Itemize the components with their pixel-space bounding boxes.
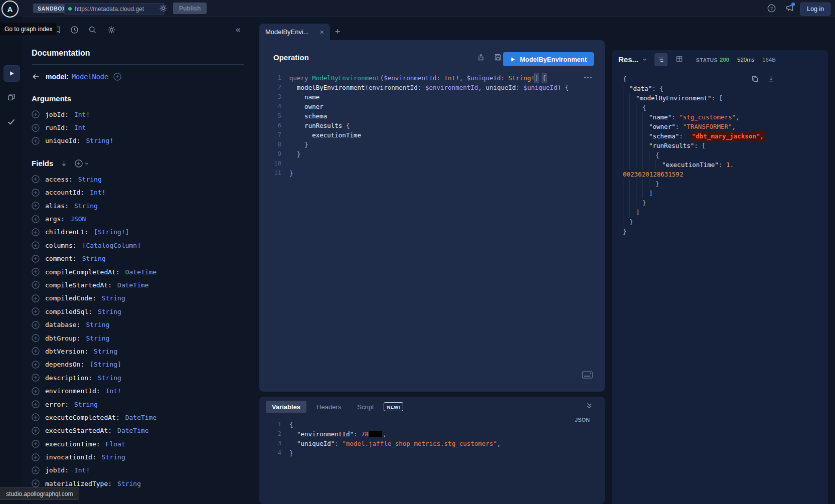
field-type[interactable]: Int!	[74, 111, 90, 118]
share-operation-icon[interactable]	[477, 53, 485, 61]
field-name[interactable]: dependsOn:	[45, 361, 84, 368]
add-to-query-icon[interactable]	[32, 137, 40, 145]
field-type[interactable]: String	[102, 294, 125, 302]
field-type[interactable]: DateTime	[117, 281, 149, 289]
add-type-icon[interactable]	[113, 73, 121, 81]
breadcrumb-type[interactable]: ModelNode	[72, 73, 108, 81]
close-tab-icon[interactable]: ×	[320, 28, 324, 36]
field-name[interactable]: jobId:	[45, 466, 69, 474]
field-name[interactable]: access:	[45, 176, 73, 183]
field-type[interactable]: [CatalogColumn]	[82, 242, 141, 249]
field-name[interactable]: compiledCode:	[45, 294, 96, 302]
field-type[interactable]: [String]	[90, 361, 121, 368]
field-type[interactable]: String	[86, 321, 109, 328]
help-icon[interactable]: ?	[767, 4, 776, 13]
operation-editor[interactable]: 1query ModelByEnvironment($environmentId…	[259, 73, 590, 178]
add-to-query-icon[interactable]	[32, 387, 40, 395]
response-chevron-icon[interactable]	[642, 57, 647, 62]
add-to-query-icon[interactable]	[32, 347, 40, 355]
field-name[interactable]: childrenL1:	[45, 228, 88, 236]
tab-script[interactable]: Script	[351, 401, 380, 413]
field-type[interactable]: String	[102, 453, 125, 461]
add-to-query-icon[interactable]	[32, 321, 40, 329]
add-to-query-icon[interactable]	[32, 400, 40, 408]
field-type[interactable]: String!	[86, 137, 113, 144]
field-type[interactable]: String	[86, 334, 109, 342]
field-type[interactable]: Int!	[90, 189, 105, 196]
field-type[interactable]: [String!]	[94, 228, 129, 236]
login-button[interactable]: Log in	[800, 3, 830, 16]
field-name[interactable]: materializedType:	[45, 480, 112, 487]
tab-headers[interactable]: Headers	[310, 401, 347, 413]
sidebar-item-explorer[interactable]	[4, 65, 20, 82]
apollo-logo[interactable]: A	[2, 1, 19, 18]
add-all-fields-icon[interactable]	[75, 159, 89, 167]
field-name[interactable]: alias:	[45, 202, 69, 210]
add-to-query-icon[interactable]	[32, 361, 40, 369]
add-to-query-icon[interactable]	[32, 479, 40, 487]
field-type[interactable]: String	[94, 348, 117, 355]
collapse-panel-icon[interactable]: «	[236, 25, 240, 34]
connection-settings-gear-icon[interactable]	[159, 4, 168, 13]
field-name[interactable]: comment:	[45, 255, 77, 262]
field-name[interactable]: uniqueId:	[45, 137, 80, 144]
tab-variables[interactable]: Variables	[266, 401, 306, 413]
add-to-query-icon[interactable]	[32, 453, 40, 461]
field-name[interactable]: dbtGroup:	[45, 334, 80, 342]
field-type[interactable]: DateTime	[125, 268, 157, 276]
field-name[interactable]: environmentId:	[45, 387, 100, 395]
field-name[interactable]: compileStartedAt:	[45, 281, 112, 289]
field-name[interactable]: executeStartedAt:	[45, 427, 112, 434]
field-name[interactable]: jobId:	[45, 111, 69, 118]
field-name[interactable]: invocationId:	[45, 453, 96, 461]
explorer-settings-gear-icon[interactable]	[107, 26, 116, 34]
field-name[interactable]: args:	[45, 215, 65, 223]
endpoint-url-input[interactable]: https://metadata.cloud.get	[64, 3, 164, 15]
add-to-query-icon[interactable]	[32, 334, 40, 342]
sidebar-item-schema[interactable]	[7, 93, 16, 101]
field-type[interactable]: String	[117, 480, 141, 487]
field-type[interactable]: JSON	[70, 215, 86, 223]
add-to-query-icon[interactable]	[32, 268, 40, 276]
field-type[interactable]: DateTime	[125, 414, 157, 421]
field-name[interactable]: description:	[45, 374, 92, 382]
add-to-query-icon[interactable]	[32, 413, 40, 421]
field-type[interactable]: Int!	[74, 466, 90, 474]
sidebar-item-checks[interactable]	[7, 117, 16, 126]
history-icon[interactable]	[70, 26, 79, 34]
field-name[interactable]: accountId:	[45, 189, 84, 196]
add-to-query-icon[interactable]	[32, 307, 40, 315]
field-name[interactable]: database:	[45, 321, 80, 328]
search-icon[interactable]	[88, 26, 97, 34]
field-type[interactable]: String	[98, 308, 121, 315]
add-to-query-icon[interactable]	[32, 255, 40, 263]
add-to-query-icon[interactable]	[32, 228, 40, 236]
add-to-query-icon[interactable]	[32, 110, 40, 118]
response-json-view-button[interactable]	[654, 53, 667, 66]
field-name[interactable]: executionTime:	[45, 440, 100, 448]
field-type[interactable]: Int	[74, 124, 86, 131]
field-type[interactable]: Int!	[106, 387, 121, 395]
field-name[interactable]: error:	[45, 401, 69, 408]
field-type[interactable]: String	[74, 401, 98, 408]
field-name[interactable]: runId:	[45, 124, 69, 131]
add-to-query-icon[interactable]	[32, 440, 40, 448]
response-table-view-button[interactable]	[676, 55, 683, 63]
field-name[interactable]: compiledSql:	[45, 308, 92, 315]
keyboard-shortcuts-icon[interactable]	[582, 371, 593, 379]
run-operation-button[interactable]: ModelByEnvironment	[503, 52, 594, 66]
field-type[interactable]: Float	[106, 440, 125, 448]
add-to-query-icon[interactable]	[32, 189, 40, 197]
field-type[interactable]: String	[98, 374, 121, 382]
field-name[interactable]: compileCompletedAt:	[45, 268, 120, 276]
add-to-query-icon[interactable]	[32, 427, 40, 435]
field-type[interactable]: String	[74, 202, 98, 210]
field-name[interactable]: executeCompletedAt:	[45, 414, 120, 421]
field-type[interactable]: String	[82, 255, 106, 262]
field-name[interactable]: dbtVersion:	[45, 348, 88, 355]
new-tab-button[interactable]: +	[335, 27, 341, 37]
tab-modelbyenvironment[interactable]: ModelByEnvi... ×	[259, 24, 330, 40]
add-to-query-icon[interactable]	[32, 281, 40, 289]
add-to-query-icon[interactable]	[32, 294, 40, 302]
add-to-query-icon[interactable]	[32, 466, 40, 474]
